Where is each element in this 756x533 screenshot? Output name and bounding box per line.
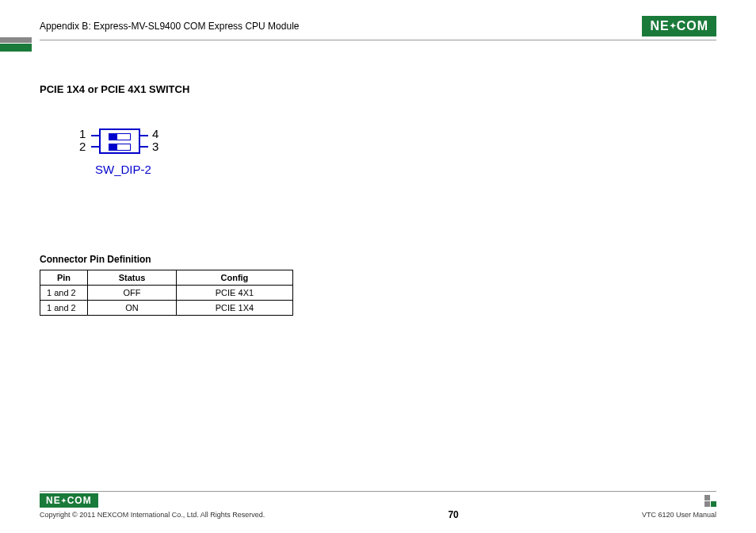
- pin-line: [140, 135, 148, 136]
- cell-config: PCIE 1X4: [176, 301, 292, 316]
- col-pin: Pin: [40, 270, 88, 286]
- pin-1-label: 1: [79, 127, 86, 140]
- brand-logo-bottom: NE✦COM: [40, 493, 98, 508]
- dip-body: [99, 128, 140, 154]
- pin-4-label: 4: [152, 127, 158, 140]
- cell-config: PCIE 4X1: [176, 286, 292, 301]
- accent-bar: [0, 44, 32, 52]
- col-config: Config: [176, 270, 292, 286]
- cell-status: ON: [88, 301, 177, 316]
- cell-pin: 1 and 2: [40, 301, 88, 316]
- pin-line: [91, 135, 99, 136]
- table-row: 1 and 2 ON PCIE 1X4: [40, 301, 293, 316]
- pin-3-label: 3: [152, 140, 158, 153]
- appendix-title: Appendix B: Express-MV-SL9400 COM Expres…: [40, 21, 299, 32]
- cell-pin: 1 and 2: [40, 286, 88, 301]
- pin-2-label: 2: [79, 140, 86, 153]
- pin-line: [140, 146, 148, 148]
- copyright-text: Copyright © 2011 NEXCOM International Co…: [40, 511, 265, 519]
- brand-logo-top: NE✦COM: [642, 16, 716, 36]
- col-status: Status: [88, 270, 177, 286]
- dip-slot-1: [109, 133, 131, 140]
- table-row: 1 and 2 OFF PCIE 4X1: [40, 286, 293, 301]
- dip-slot-2: [109, 144, 131, 151]
- page-footer: NE✦COM Copyright © 2011 NEXCOM Internati…: [40, 491, 716, 520]
- pin-definition-table: Pin Status Config 1 and 2 OFF PCIE 4X1 1…: [40, 270, 293, 316]
- table-title: Connector Pin Definition: [40, 254, 716, 265]
- footer-ornament: [704, 495, 716, 507]
- dip-switch-diagram: 1 2 4 3 SW_DIP-2: [55, 127, 182, 190]
- cell-status: OFF: [88, 286, 177, 301]
- pin-line: [91, 146, 99, 148]
- doc-title: VTC 6120 User Manual: [642, 511, 716, 519]
- section-title: PCIE 1X4 or PCIE 4X1 SWITCH: [40, 83, 716, 95]
- dip-label: SW_DIP-2: [95, 163, 151, 176]
- page-number: 70: [448, 509, 458, 520]
